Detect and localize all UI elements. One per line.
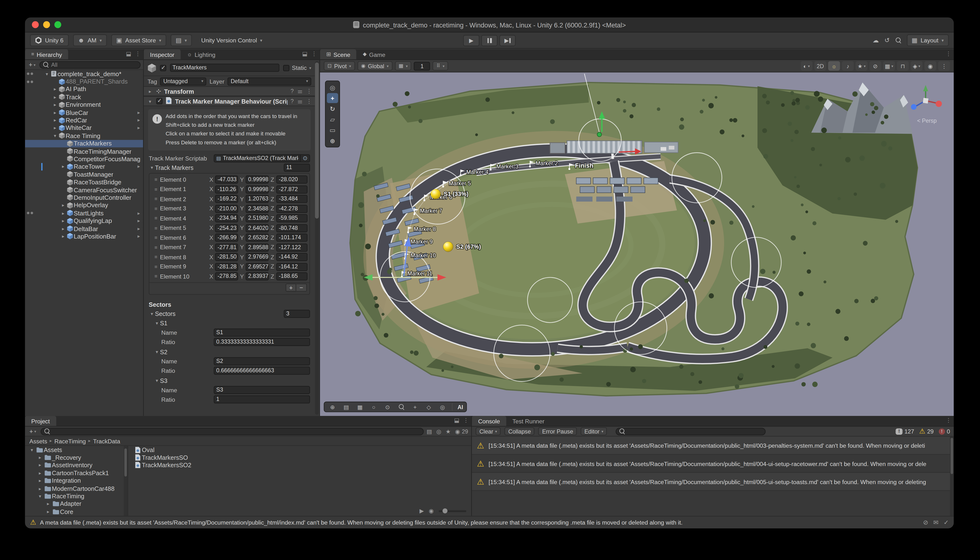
hierarchy-item-environment[interactable]: ▸Environment <box>25 101 143 109</box>
drag-handle-icon[interactable]: ≡ <box>152 216 160 221</box>
element-row-10[interactable]: ≡Element 10X-278.85Y2.83937Z-188.65 <box>149 272 309 282</box>
clear-button[interactable]: Clear▾ <box>475 427 501 435</box>
hierarchy-item-bluecar[interactable]: ▸BlueCar▸ <box>25 109 143 117</box>
trackmarker-component-header[interactable]: ▾ Track Marker Manager Behaviour (Scrip … <box>144 96 315 106</box>
close-window-button[interactable] <box>32 21 39 28</box>
tool-handle-rotation-dropdown[interactable]: ◉ Global▾ <box>357 61 392 71</box>
sector-foldout-s2[interactable]: ▾S2 <box>144 347 315 357</box>
project-file-oval[interactable]: Oval <box>128 446 471 454</box>
gizmos-dropdown[interactable]: ◈▾ <box>911 61 922 71</box>
tab-lighting[interactable]: ☼ Lighting <box>181 49 222 59</box>
element-10-x-field[interactable]: -278.85 <box>215 273 238 281</box>
collapse-toggle[interactable]: Collapse <box>505 427 535 435</box>
element-8-y-field[interactable]: 2.97669 <box>246 253 269 262</box>
drag-handle-icon[interactable]: ≡ <box>152 245 160 250</box>
element-4-x-field[interactable]: -234.94 <box>215 215 238 223</box>
element-9-z-field[interactable]: -164.12 <box>276 263 308 271</box>
hierarchy-search-input[interactable]: All <box>39 61 140 68</box>
hierarchy-item-startlights[interactable]: ▸StartLights▸ <box>25 209 143 217</box>
move-overlay-icon[interactable]: ⊕ <box>326 403 339 411</box>
drag-handle-icon[interactable]: ≡ <box>152 225 160 231</box>
tab-inspector[interactable]: Inspector <box>144 49 181 59</box>
project-file-trackmarkersso2[interactable]: TrackMarkersSO2 <box>128 462 471 469</box>
hidden-packages-count[interactable]: ◉ 29 <box>455 428 468 435</box>
foldout-arrow-icon[interactable]: ▸ <box>52 102 58 107</box>
axis-overlay-icon[interactable]: + <box>409 403 421 411</box>
kebab-menu-icon[interactable]: ⋮ <box>306 88 312 94</box>
active-checkbox[interactable] <box>160 65 166 71</box>
element-6-x-field[interactable]: -266.99 <box>215 234 238 242</box>
drag-handle-icon[interactable]: ≡ <box>152 235 160 241</box>
add-gameobject-button[interactable]: +▾ <box>27 61 37 68</box>
prefab-open-chevron[interactable]: ▸ <box>137 125 140 131</box>
remove-element-button[interactable]: − <box>296 283 307 292</box>
foldout-arrow-icon[interactable]: ▾ <box>43 71 50 77</box>
sector-ratio-field[interactable]: 0.33333333333333331 <box>214 338 310 346</box>
increment-snap-dropdown[interactable]: ⠿▾ <box>433 61 448 71</box>
prefab-open-chevron[interactable]: ▸ <box>137 110 140 115</box>
scene-3d-view[interactable]: Marker 2Marker 3Marker 4Marker 5Marker 6… <box>320 73 954 416</box>
project-tree-scrollbar[interactable] <box>124 446 127 516</box>
console-log-entry-2[interactable]: ⚠[15:34:51] A meta data file (.meta) exi… <box>472 473 954 491</box>
icon-size-slider[interactable] <box>439 510 466 512</box>
element-row-6[interactable]: ≡Element 6X-266.99Y2.65282Z-101.174 <box>149 233 309 243</box>
foldout-arrow-icon[interactable]: ▸ <box>147 88 153 94</box>
hierarchy-item-deltabar[interactable]: ▸DeltaBar▸ <box>25 225 143 233</box>
persp-label[interactable]: < Persp <box>917 118 937 124</box>
hierarchy-item-racetoastbridge[interactable]: RaceToastBridge <box>25 178 143 186</box>
foldout-arrow-icon[interactable]: ▸ <box>52 117 58 123</box>
element-3-y-field[interactable]: 2.34588 <box>246 205 269 213</box>
kebab-menu-icon[interactable]: ⋮ <box>945 51 951 57</box>
help-icon[interactable]: ? <box>291 88 294 94</box>
asset-store-dropdown[interactable]: ▣ Asset Store ▾ <box>111 35 166 46</box>
project-search-input[interactable] <box>40 427 423 435</box>
element-row-2[interactable]: ≡Element 2X-169.22Y1.20763Z-33.484 <box>149 195 309 204</box>
console-scrollbar[interactable] <box>950 437 954 516</box>
hierarchy-item-lappositionbar[interactable]: ▸LapPositionBar▸ <box>25 233 143 240</box>
save-search-icon[interactable]: ★ <box>446 428 451 435</box>
element-8-z-field[interactable]: -144.92 <box>276 253 308 262</box>
element-0-x-field[interactable]: -47.033 <box>215 176 238 184</box>
search-icon[interactable] <box>895 38 901 43</box>
prefab-open-chevron[interactable]: ▸ <box>137 218 140 223</box>
element-3-z-field[interactable]: -42.278 <box>276 205 308 213</box>
rotate-tool[interactable]: ↻ <box>327 103 338 113</box>
prefab-open-chevron[interactable]: ▸ <box>137 164 140 169</box>
foldout-arrow-icon[interactable]: ▾ <box>29 447 35 453</box>
foldout-arrow-icon[interactable]: ▸ <box>37 462 43 468</box>
foldout-arrow-icon[interactable]: ▾ <box>37 493 43 499</box>
layer-dropdown[interactable]: Default▾ <box>227 77 311 85</box>
element-5-z-field[interactable]: -80.748 <box>276 224 308 232</box>
foldout-arrow-icon[interactable]: ▸ <box>45 501 51 507</box>
overflow-menu[interactable]: ⋮ <box>938 61 950 71</box>
element-row-3[interactable]: ≡Element 3X-210.00Y2.34588Z-42.278 <box>149 204 309 214</box>
element-4-y-field[interactable]: 2.51980 <box>246 215 269 223</box>
prefab-open-chevron[interactable]: ▸ <box>137 233 140 239</box>
gizmo-x-axis[interactable] <box>936 101 942 107</box>
element-10-y-field[interactable]: 2.83937 <box>246 273 269 281</box>
project-folder-core[interactable]: ▸Core <box>25 508 127 515</box>
cube-overlay-icon[interactable]: ◇ <box>423 403 435 411</box>
console-log-entry-1[interactable]: ⚠[15:34:51] A meta data file (.meta) exi… <box>472 455 954 473</box>
lock-icon[interactable]: ⬓ <box>454 417 459 423</box>
element-0-z-field[interactable]: -28.020 <box>276 176 308 184</box>
tab-scene[interactable]: ⊞ Scene <box>320 49 357 59</box>
element-row-7[interactable]: ≡Element 7X-277.81Y2.89588Z-127.122 <box>149 243 309 252</box>
tab-project[interactable]: Project <box>25 416 56 426</box>
cloud-icon[interactable]: ☁ <box>873 37 879 43</box>
foldout-arrow-icon[interactable]: ▸ <box>52 125 58 131</box>
view-2d-toggle[interactable]: 2D <box>814 61 826 71</box>
preview-play-icon[interactable]: ▶ <box>420 508 424 514</box>
magnet-overlay-icon[interactable]: ⊙ <box>381 403 394 411</box>
project-folder-assetinventory[interactable]: ▸AssetInventory <box>25 462 127 469</box>
step-button[interactable]: ▶ <box>499 35 515 46</box>
sector-name-field[interactable]: S2 <box>214 357 310 365</box>
project-file-trackmarkersso[interactable]: TrackMarkersSO <box>128 454 471 462</box>
foldout-arrow-icon[interactable]: ▸ <box>37 486 43 491</box>
breadcrumb-assets[interactable]: Assets <box>29 438 47 445</box>
prefab-open-chevron[interactable]: ▸ <box>137 117 140 123</box>
element-row-5[interactable]: ≡Element 5X-254.23Y2.64020Z-80.748 <box>149 223 309 233</box>
camera-overlay-toggle[interactable]: ◉ <box>924 61 936 71</box>
console-search-input[interactable] <box>616 427 766 435</box>
breadcrumb-trackdata[interactable]: TrackData <box>93 438 120 445</box>
